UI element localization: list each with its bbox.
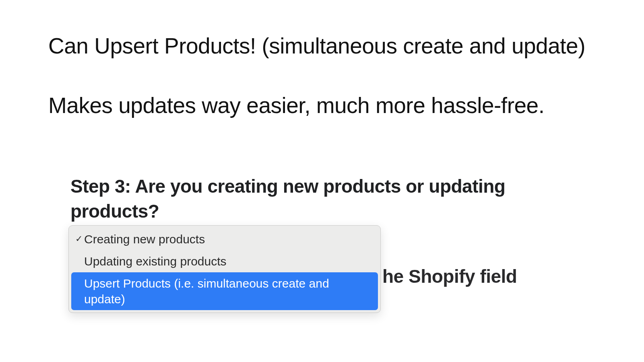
dropdown-item-upsert[interactable]: Upsert Products (i.e. simultaneous creat… bbox=[71, 272, 378, 310]
dropdown-item-updating[interactable]: Updating existing products bbox=[69, 250, 380, 272]
dropdown-item-label: Updating existing products bbox=[84, 253, 376, 269]
step-3-heading: Step 3: Are you creating new products or… bbox=[70, 174, 586, 224]
product-action-dropdown[interactable]: ✓ Creating new products Updating existin… bbox=[68, 225, 381, 313]
dropdown-item-label: Creating new products bbox=[84, 231, 376, 247]
dropdown-item-creating[interactable]: ✓ Creating new products bbox=[69, 228, 380, 250]
obscured-step-4-text: he Shopify field bbox=[382, 265, 517, 287]
checkmark-icon: ✓ bbox=[74, 233, 84, 245]
dropdown-item-label: Upsert Products (i.e. simultaneous creat… bbox=[84, 276, 373, 307]
headline-easier: Makes updates way easier, much more hass… bbox=[48, 93, 544, 118]
headline-upsert: Can Upsert Products! (simultaneous creat… bbox=[48, 33, 585, 59]
